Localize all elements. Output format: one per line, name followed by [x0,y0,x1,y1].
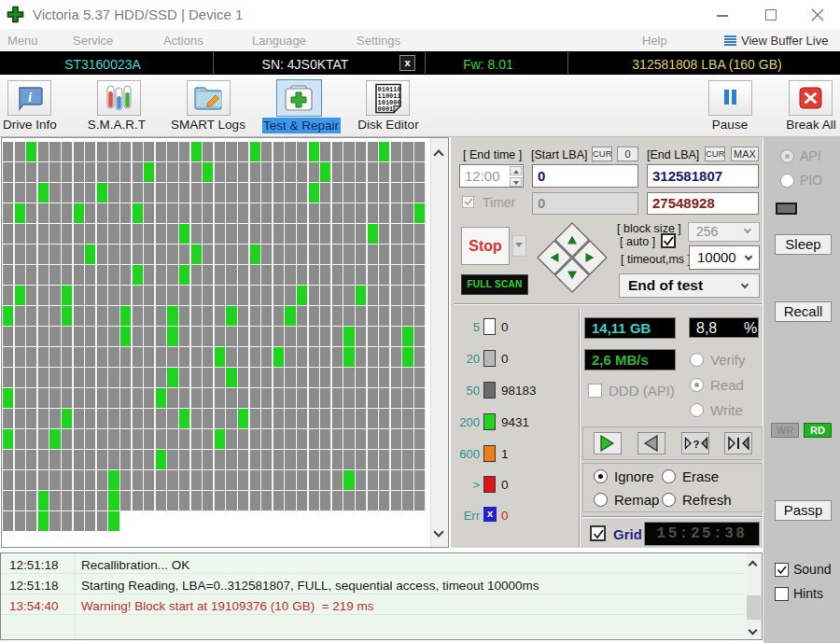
svg-text:0001: 0001 [378,105,394,113]
svg-text:?: ? [693,439,700,450]
